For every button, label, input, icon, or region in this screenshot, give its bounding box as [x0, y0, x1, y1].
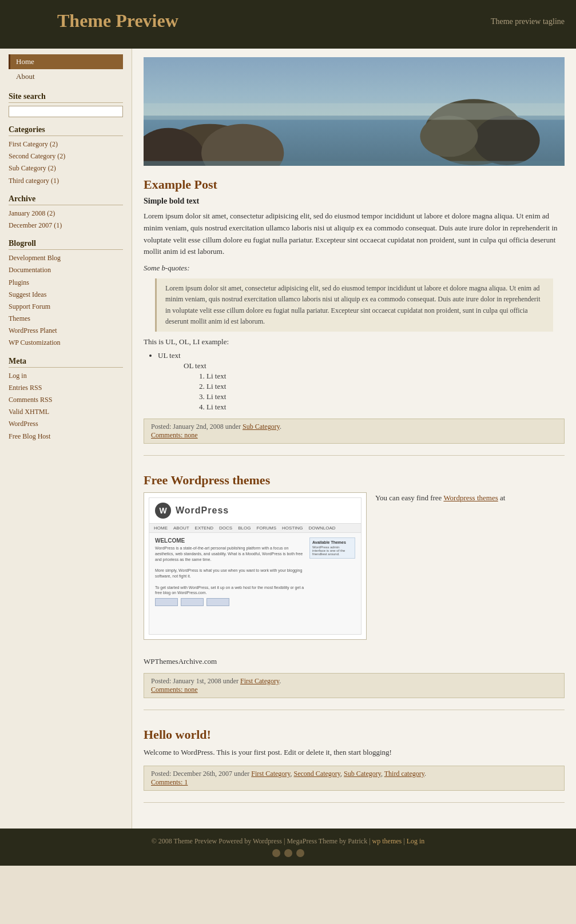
wp-logo-circle: W	[155, 503, 171, 519]
wp-body-text: WordPress is a state-of-the-art personal…	[155, 545, 305, 596]
ol-list: OL text Li text Li text Li text Li text	[184, 361, 565, 412]
svg-rect-8	[144, 161, 565, 166]
wp-nav-item: HOSTING	[282, 525, 303, 531]
wp-side-col: Available Themes WordPress admin interfa…	[309, 537, 355, 606]
archive-link[interactable]: January 2008 (2)	[9, 208, 123, 219]
wp-main-col: WELCOME WordPress is a state-of-the-art …	[155, 537, 305, 606]
category-link[interactable]: First Category (2)	[9, 139, 123, 150]
ul-item: UL text	[158, 351, 565, 360]
wp-logo-text: WordPress	[176, 505, 229, 516]
categories-label: Categories	[9, 125, 123, 136]
meta-link[interactable]: Free Blog Host	[9, 431, 123, 442]
wp-nav-item: FORUMS	[256, 525, 276, 531]
free-wp-desc2: at	[498, 493, 506, 502]
sidebar: Home About Site search Categories First …	[0, 49, 132, 829]
category-link-post2[interactable]: Second Category	[294, 770, 341, 778]
comments-link[interactable]: Comments: none	[151, 431, 198, 439]
li-item: Li text	[206, 382, 565, 391]
post-free-wp: Free Wordpress themes W WordPress	[144, 473, 565, 710]
meta-link[interactable]: Valid XHTML	[9, 407, 123, 417]
list-example: This is UL, OL, LI example: UL text OL t…	[144, 337, 565, 412]
content-area: Home About Site search Categories First …	[0, 49, 576, 829]
wp-badge-strip	[155, 598, 305, 606]
meta-label: Meta	[9, 357, 123, 368]
blogroll-link[interactable]: Themes	[9, 313, 123, 324]
meta-link[interactable]: WordPress	[9, 419, 123, 429]
comments-link[interactable]: Comments: 1	[151, 778, 188, 786]
archive-link[interactable]: December 2007 (1)	[9, 220, 123, 231]
nav-list: Home About	[9, 54, 123, 84]
post-blockquote: Lorem ipsum dolor sit amet, consectetur …	[155, 278, 553, 332]
wp-nav-bar: HOME ABOUT EXTEND DOCS BLOG FORUMS HOSTI…	[149, 524, 361, 533]
svg-point-7	[420, 115, 478, 157]
wp-badge	[206, 598, 229, 606]
category-link-post1[interactable]: First Category	[251, 770, 290, 778]
nav-item-about[interactable]: About	[9, 69, 123, 84]
post-title-example[interactable]: Example Post	[144, 177, 565, 192]
wp-themes-link[interactable]: wp themes	[372, 837, 402, 845]
wp-screenshot-box: W WordPress HOME ABOUT EXTEND DOCS BLOG …	[144, 492, 367, 640]
wp-nav-item: HOME	[154, 525, 168, 531]
main-content: Example Post Simple bold text Lorem ipsu…	[132, 49, 576, 829]
wp-logo-area: W WordPress	[149, 498, 361, 524]
wp-badge	[155, 598, 178, 606]
wp-side-box-text: WordPress admin interface is one of the …	[312, 545, 352, 556]
category-link[interactable]: Third category (1)	[9, 176, 123, 186]
post-hello-world: Hello world! Welcome to WordPress. This …	[144, 727, 565, 803]
category-link[interactable]: Second Category (2)	[9, 151, 123, 162]
wp-nav-item: BLOG	[238, 525, 251, 531]
svg-point-6	[474, 115, 539, 165]
wp-side-available-themes: Available Themes WordPress admin interfa…	[309, 537, 355, 559]
wp-side-box-title: Available Themes	[312, 540, 352, 544]
nav-item-home[interactable]: Home	[9, 54, 123, 69]
category-link-post3[interactable]: Sub Category	[344, 770, 381, 778]
wp-nav-item: EXTEND	[195, 525, 213, 531]
wp-badge	[181, 598, 204, 606]
login-link[interactable]: Log in	[407, 837, 425, 845]
meta-link[interactable]: Log in	[9, 371, 123, 381]
comments-link[interactable]: Comments: none	[151, 686, 198, 694]
wp-screenshot-inner: W WordPress HOME ABOUT EXTEND DOCS BLOG …	[149, 497, 362, 635]
wp-logo-w: W	[159, 506, 166, 515]
blogroll-link[interactable]: Plugins	[9, 277, 123, 288]
archive-label: Archive	[9, 194, 123, 205]
wp-archive-url-text: WPThemesArchive.com	[144, 652, 565, 666]
post-meta-free-wp: Posted: January 1st, 2008 under First Ca…	[144, 673, 565, 698]
wp-nav-item: DOWNLOAD	[309, 525, 336, 531]
footer-text: © 2008 Theme Preview Powered by Wordpres…	[152, 837, 425, 845]
inner-ol-list: Li text Li text Li text Li text	[206, 372, 565, 412]
blogroll-link[interactable]: WordPress Planet	[9, 325, 123, 336]
post-title-free-wp[interactable]: Free Wordpress themes	[144, 473, 565, 488]
site-footer: © 2008 Theme Preview Powered by Wordpres…	[0, 829, 576, 866]
bquote-section: Some b-quotes: Lorem ipsum dolor sit ame…	[144, 264, 565, 332]
ul-list: UL text OL text Li text Li text Li text …	[158, 351, 565, 412]
free-wp-section: W WordPress HOME ABOUT EXTEND DOCS BLOG …	[144, 492, 565, 646]
li-item: Li text	[206, 372, 565, 381]
post-subtitle: Simple bold text	[144, 197, 565, 206]
site-search-label: Site search	[9, 92, 123, 103]
wp-nav-item: DOCS	[219, 525, 232, 531]
blogroll-link[interactable]: Documentation	[9, 265, 123, 276]
blogroll-link[interactable]: Support Forum	[9, 301, 123, 312]
category-link-post4[interactable]: Third category	[384, 770, 424, 778]
meta-link[interactable]: Comments RSS	[9, 395, 123, 405]
posted-text: Posted: December 26th, 2007 under	[151, 770, 251, 778]
category-link-post[interactable]: First Category	[240, 677, 279, 685]
blogroll-link[interactable]: Development Blog	[9, 253, 123, 264]
posted-text: Posted: January 1st, 2008 under	[151, 677, 240, 685]
post-title-hello[interactable]: Hello world!	[144, 727, 565, 742]
free-wp-desc1: You can easy find free	[375, 493, 443, 502]
footer-icon-1	[272, 849, 280, 857]
post-example: Example Post Simple bold text Lorem ipsu…	[144, 177, 565, 456]
category-link-post[interactable]: Sub Category	[243, 423, 280, 431]
search-input[interactable]	[9, 106, 123, 117]
meta-link[interactable]: Entries RSS	[9, 383, 123, 393]
some-bquotes-label: Some b-quotes:	[144, 264, 565, 273]
footer-icon-2	[284, 849, 292, 857]
ol-item: OL text	[184, 361, 565, 371]
free-wp-link[interactable]: Wordpress themes	[443, 493, 498, 502]
category-link[interactable]: Sub Category (2)	[9, 163, 123, 174]
blogroll-link[interactable]: Suggest Ideas	[9, 289, 123, 300]
blogroll-link[interactable]: WP Customization	[9, 337, 123, 348]
site-title[interactable]: Theme Preview	[57, 6, 178, 31]
